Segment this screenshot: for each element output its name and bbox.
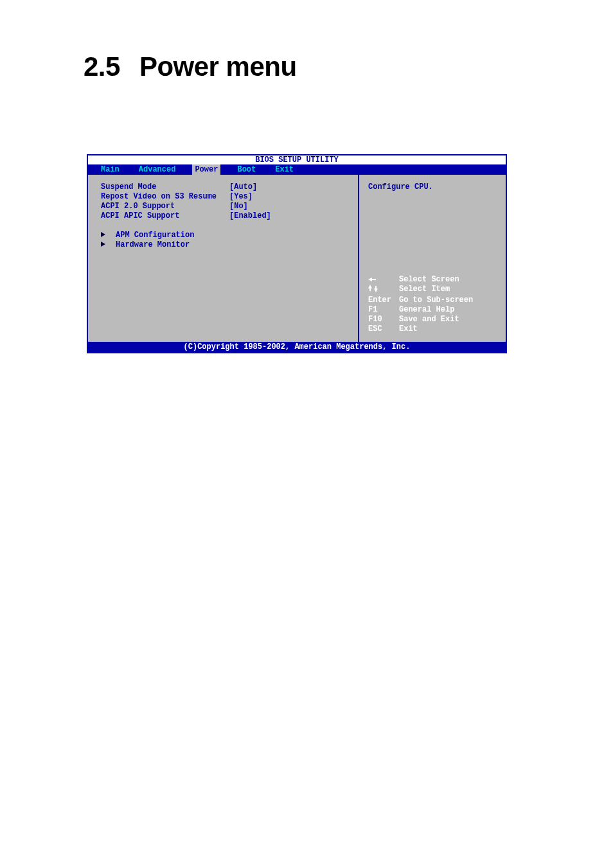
- setting-row[interactable]: Suspend Mode [Auto]: [101, 182, 345, 192]
- setting-row[interactable]: Repost Video on S3 Resume [Yes]: [101, 192, 345, 202]
- tab-main[interactable]: Main: [101, 164, 120, 175]
- arrow-left-icon: [368, 275, 399, 285]
- submenu-label: APM Configuration: [116, 231, 194, 240]
- nav-row: Select Item: [368, 285, 473, 296]
- arrow-updown-icon: [368, 285, 399, 296]
- nav-row: F10 Save and Exit: [368, 315, 473, 324]
- nav-desc: General Help: [399, 305, 454, 315]
- nav-desc: Select Item: [399, 285, 450, 296]
- tab-boot[interactable]: Boot: [237, 164, 256, 175]
- submenu-row[interactable]: APM Configuration: [101, 231, 345, 240]
- nav-row: Select Screen: [368, 275, 473, 285]
- setting-value: [Yes]: [229, 192, 345, 202]
- nav-key: Enter: [368, 296, 399, 305]
- nav-key: F1: [368, 305, 399, 315]
- bios-side-panel: Configure CPU. Select Screen Select Item…: [359, 175, 506, 342]
- bios-title: BIOS SETUP UTILITY: [88, 155, 506, 164]
- nav-desc: Save and Exit: [399, 315, 459, 324]
- tab-advanced[interactable]: Advanced: [139, 164, 176, 175]
- setting-row[interactable]: ACPI 2.0 Support [No]: [101, 202, 345, 211]
- nav-help: Select Screen Select Item Enter Go to Su…: [368, 275, 473, 334]
- setting-label: ACPI 2.0 Support: [101, 202, 229, 211]
- bios-body: Suspend Mode [Auto] Repost Video on S3 R…: [88, 175, 506, 342]
- nav-row: ESC Exit: [368, 324, 473, 334]
- nav-key: ESC: [368, 324, 399, 334]
- bios-main-panel: Suspend Mode [Auto] Repost Video on S3 R…: [88, 175, 359, 342]
- nav-desc: Select Screen: [399, 275, 459, 285]
- setting-label: ACPI APIC Support: [101, 211, 229, 221]
- nav-row: Enter Go to Sub-screen: [368, 296, 473, 305]
- setting-label: Repost Video on S3 Resume: [101, 192, 229, 202]
- nav-desc: Go to Sub-screen: [399, 296, 473, 305]
- nav-key: F10: [368, 315, 399, 324]
- tab-power[interactable]: Power: [192, 164, 220, 175]
- help-text: Configure CPU.: [368, 182, 497, 191]
- submenu-arrow-icon: [101, 231, 111, 240]
- bios-window: BIOS SETUP UTILITY Main Advanced Power B…: [87, 154, 507, 353]
- setting-value: [Auto]: [229, 182, 345, 192]
- section-title: Power menu: [139, 51, 297, 82]
- page-heading: 2.5Power menu: [84, 51, 297, 82]
- bios-footer: (C)Copyright 1985-2002, American Megatre…: [88, 342, 506, 352]
- nav-row: F1 General Help: [368, 305, 473, 315]
- spacer: [101, 221, 345, 231]
- setting-label: Suspend Mode: [101, 182, 229, 192]
- submenu-label: Hardware Monitor: [116, 240, 190, 250]
- setting-row[interactable]: ACPI APIC Support [Enabled]: [101, 211, 345, 221]
- setting-value: [No]: [229, 202, 345, 211]
- section-number: 2.5: [84, 51, 120, 82]
- tab-exit[interactable]: Exit: [275, 164, 294, 175]
- nav-desc: Exit: [399, 324, 418, 334]
- bios-tabs: Main Advanced Power Boot Exit: [88, 164, 506, 175]
- setting-value: [Enabled]: [229, 211, 345, 221]
- submenu-row[interactable]: Hardware Monitor: [101, 240, 345, 250]
- submenu-arrow-icon: [101, 240, 111, 250]
